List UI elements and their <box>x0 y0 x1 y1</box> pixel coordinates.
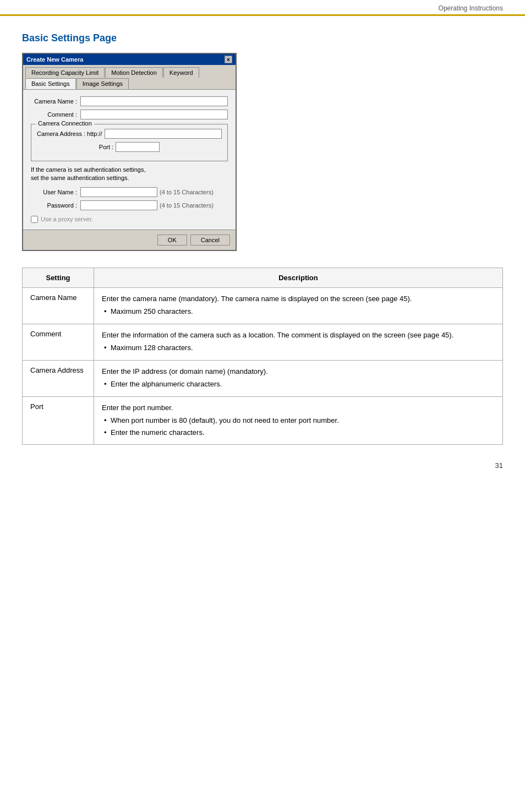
description-cell: Enter the port number.When port number i… <box>94 396 503 445</box>
page-header: Operating Instructions <box>0 0 525 16</box>
dialog-titlebar: Create New Camera × <box>23 54 236 65</box>
bullet-list: Maximum 250 characters. <box>102 306 495 317</box>
header-text: Operating Instructions <box>439 4 503 12</box>
proxy-label: Use a proxy server. <box>41 216 93 222</box>
tab-keyword[interactable]: Keyword <box>163 67 199 78</box>
list-item: Maximum 250 characters. <box>102 306 495 317</box>
username-row: User Name : (4 to 15 Characters) <box>31 187 228 197</box>
username-label: User Name : <box>31 189 80 195</box>
address-row: Camera Address : http:// <box>37 129 222 139</box>
table-row: Camera NameEnter the camera name (mandat… <box>23 287 503 324</box>
cancel-button[interactable]: Cancel <box>190 235 230 246</box>
description-table: Setting Description Camera NameEnter the… <box>22 268 503 445</box>
page-number: 31 <box>22 461 503 470</box>
password-label: Password : <box>31 202 80 209</box>
dialog-footer: OK Cancel <box>23 230 236 250</box>
table-row: Camera AddressEnter the IP address (or d… <box>23 360 503 396</box>
tab-image-settings[interactable]: Image Settings <box>76 78 129 89</box>
proxy-checkbox[interactable] <box>31 216 38 223</box>
camera-address-input[interactable] <box>105 129 222 139</box>
ok-button[interactable]: OK <box>157 235 187 246</box>
list-item: Maximum 128 characters. <box>102 342 495 353</box>
list-item: When port number is 80 (default), you do… <box>102 415 495 426</box>
setting-cell: Camera Name <box>23 287 94 324</box>
auth-note: If the camera is set authentication sett… <box>31 166 228 183</box>
description-cell: Enter the IP address (or domain name) (m… <box>94 360 503 396</box>
username-input[interactable] <box>80 187 157 197</box>
camera-name-label: Camera Name : <box>31 98 80 105</box>
col-description-header: Description <box>94 268 503 287</box>
dialog-title: Create New Camera <box>26 56 83 63</box>
setting-cell: Camera Address <box>23 360 94 396</box>
username-hint: (4 to 15 Characters) <box>160 189 214 195</box>
close-button[interactable]: × <box>225 56 232 63</box>
page-title: Basic Settings Page <box>22 32 503 44</box>
comment-input[interactable] <box>80 110 228 119</box>
dialog-window: Create New Camera × Recording Capacity L… <box>22 53 237 251</box>
bullet-list: Enter the alphanumeric characters. <box>102 379 495 390</box>
port-label: Port : <box>99 144 116 150</box>
table-row: PortEnter the port number.When port numb… <box>23 396 503 445</box>
description-text: Enter the camera name (mandatory). The c… <box>102 295 412 303</box>
list-item: Enter the numeric characters. <box>102 427 495 438</box>
tab-recording-capacity-limit[interactable]: Recording Capacity Limit <box>25 67 105 78</box>
tab-basic-settings[interactable]: Basic Settings <box>25 78 76 89</box>
description-cell: Enter the information of the camera such… <box>94 324 503 360</box>
table-row: CommentEnter the information of the came… <box>23 324 503 360</box>
password-row: Password : (4 to 15 Characters) <box>31 200 228 210</box>
password-hint: (4 to 15 Characters) <box>160 202 214 209</box>
dialog-body: Camera Name : Comment : Camera Connectio… <box>23 90 236 230</box>
bullet-list: Maximum 128 characters. <box>102 342 495 353</box>
dialog-tabs: Recording Capacity Limit Motion Detectio… <box>23 65 236 90</box>
port-input[interactable] <box>116 142 160 152</box>
comment-row: Comment : <box>31 110 228 119</box>
bullet-list: When port number is 80 (default), you do… <box>102 415 495 438</box>
group-box-legend: Camera Connection <box>36 120 94 127</box>
setting-cell: Port <box>23 396 94 445</box>
port-row: Port : <box>37 142 222 152</box>
comment-label: Comment : <box>31 111 80 118</box>
description-text: Enter the IP address (or domain name) (m… <box>102 367 268 375</box>
password-input[interactable] <box>80 200 157 210</box>
list-item: Enter the alphanumeric characters. <box>102 379 495 390</box>
main-content: Basic Settings Page Create New Camera × … <box>0 16 525 492</box>
tab-motion-detection[interactable]: Motion Detection <box>105 67 163 78</box>
col-setting-header: Setting <box>23 268 94 287</box>
camera-name-row: Camera Name : <box>31 96 228 106</box>
camera-name-input[interactable] <box>80 96 228 106</box>
description-cell: Enter the camera name (mandatory). The c… <box>94 287 503 324</box>
address-label: Camera Address : http:// <box>37 130 105 137</box>
description-text: Enter the information of the camera such… <box>102 331 453 339</box>
setting-cell: Comment <box>23 324 94 360</box>
proxy-row: Use a proxy server. <box>31 216 228 223</box>
camera-connection-group: Camera Connection Camera Address : http:… <box>31 124 228 161</box>
description-text: Enter the port number. <box>102 404 173 412</box>
